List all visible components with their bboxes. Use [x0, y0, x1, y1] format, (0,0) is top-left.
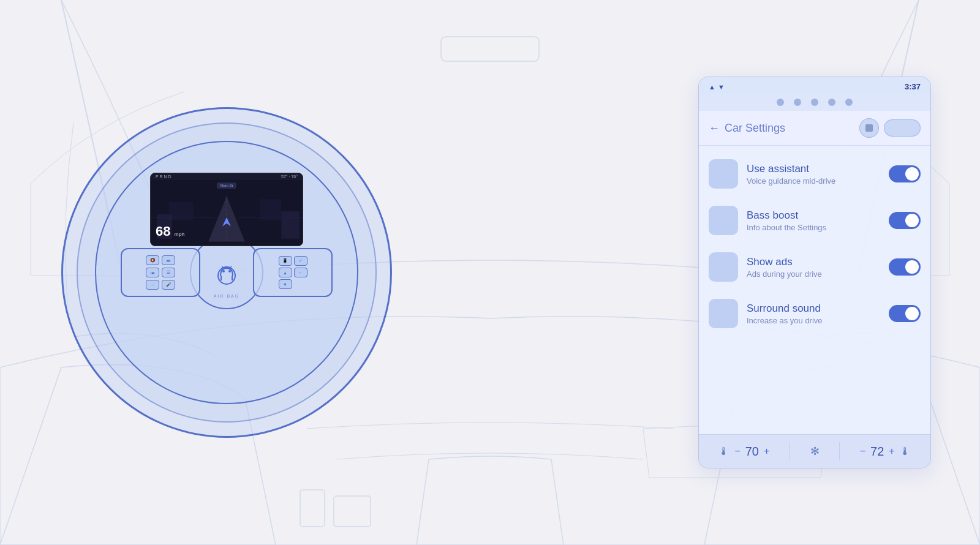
left-temp-minus[interactable]: −	[734, 446, 740, 457]
setting-subtitle-surround-sound: Increase as you drive	[747, 316, 880, 325]
page-title: Car Settings	[725, 122, 785, 135]
svg-rect-9	[281, 211, 300, 239]
prev-track-btn[interactable]: ⏮	[146, 268, 159, 277]
setting-text-bass-boost: Bass boost Info about the Settings	[747, 209, 880, 232]
svg-rect-6	[169, 202, 194, 220]
header-left: ← Car Settings	[709, 122, 785, 135]
setting-text-show-ads: Show ads Ads during your drive	[747, 256, 880, 279]
toggle-knob-show-ads	[905, 260, 919, 274]
speed-display: 68 mph	[156, 225, 185, 238]
left-temp-value: 70	[745, 445, 759, 459]
svg-point-13	[222, 270, 225, 272]
back-wheel-btn[interactable]: ←	[294, 268, 307, 277]
header-bar: ← Car Settings	[699, 111, 930, 146]
phone-top-bar: P R N D 57° · 76°	[151, 173, 303, 180]
circle-dot-5	[845, 99, 853, 106]
status-bar: ▲ ▼ 3:37	[699, 77, 930, 94]
temp-display: 57° · 76°	[281, 175, 298, 179]
right-temp-value: 72	[870, 445, 884, 459]
climate-bar: 🌡 − 70 + ✻ − 72 + 🌡	[699, 434, 930, 468]
toggle-show-ads[interactable]	[889, 258, 921, 276]
climate-divider-left	[790, 442, 790, 460]
right-temp-minus[interactable]: −	[860, 446, 865, 457]
dashboard-phone-screen: P R N D 57° · 76°	[150, 173, 303, 246]
right-climate-control: − 72 + 🌡	[860, 445, 911, 459]
settings-list: Use assistant Voice guidance mid-drive B…	[699, 146, 930, 434]
nav-display: P R N D 57° · 76°	[151, 173, 303, 246]
setting-icon-bass-boost	[709, 206, 738, 235]
setting-item-surround-sound: Surround sound Increase as you drive	[699, 290, 930, 337]
setting-text-use-assistant: Use assistant Voice guidance mid-drive	[747, 163, 880, 186]
circle-dot-2	[794, 99, 801, 106]
right-temp-plus[interactable]: +	[889, 446, 894, 457]
setting-subtitle-use-assistant: Voice guidance mid-drive	[747, 176, 880, 186]
setting-item-bass-boost: Bass boost Info about the Settings	[699, 197, 930, 244]
left-spoke-controls: 🔇 ⏭ ⏮ ☰ − 🎤	[121, 248, 200, 297]
setting-item-use-assistant: Use assistant Voice guidance mid-drive	[699, 151, 930, 197]
svg-point-14	[228, 270, 231, 272]
setting-item-show-ads: Show ads Ads during your drive	[699, 244, 930, 290]
speed-unit: mph	[175, 231, 185, 237]
toggle-surround-sound[interactable]	[889, 305, 921, 322]
setting-title-surround-sound: Surround sound	[747, 303, 880, 315]
android-icon	[211, 257, 242, 288]
climate-divider-right	[839, 442, 840, 460]
left-seat-heat-icon: 🌡	[718, 445, 729, 458]
right-spoke-controls: 📱 ✓ ▲ ← ▼	[253, 248, 333, 297]
screen-btn[interactable]: 📱	[279, 256, 292, 266]
circle-dot-4	[828, 99, 835, 106]
fan-icon: ✻	[810, 445, 820, 458]
toggle-knob-surround-sound	[905, 307, 919, 320]
toggle-use-assistant[interactable]	[889, 165, 921, 182]
circle-dot-3	[811, 99, 818, 106]
fan-control: ✻	[810, 445, 820, 458]
main-content: P R N D 57° · 76°	[0, 0, 980, 545]
mute-btn[interactable]: 🔇	[146, 255, 159, 265]
mic-btn[interactable]: 🎤	[162, 280, 175, 290]
setting-title-show-ads: Show ads	[747, 256, 880, 268]
header-pill-button[interactable]	[884, 119, 921, 137]
setting-subtitle-show-ads: Ads during your drive	[747, 269, 880, 279]
setting-icon-show-ads	[709, 252, 738, 282]
speed-value: 68	[156, 224, 170, 239]
airbag-label: AIR BAG	[214, 294, 239, 298]
steering-wheel: P R N D 57° · 76°	[95, 141, 358, 404]
toggle-knob-bass-boost	[905, 214, 919, 227]
stop-button[interactable]	[859, 118, 879, 138]
circle-dot-1	[777, 99, 784, 106]
left-button-grid: 🔇 ⏭ ⏮ ☰ − 🎤	[142, 252, 179, 293]
stop-icon	[865, 124, 873, 132]
setting-title-bass-boost: Bass boost	[747, 209, 880, 222]
status-time: 3:37	[905, 82, 921, 91]
setting-icon-surround-sound	[709, 299, 738, 328]
toggle-bass-boost[interactable]	[889, 212, 921, 229]
menu-btn[interactable]: ☰	[162, 268, 175, 277]
gear-display: P R N D	[156, 175, 172, 179]
down-btn[interactable]: ▼	[279, 279, 292, 289]
svg-rect-7	[260, 199, 282, 220]
check-btn[interactable]: ✓	[294, 256, 307, 266]
wifi-icon: ▼	[718, 83, 725, 91]
right-button-grid: 📱 ✓ ▲ ← ▼	[275, 252, 311, 293]
left-climate-control: 🌡 − 70 +	[718, 445, 769, 459]
destination-label: Main St	[217, 182, 236, 189]
next-track-btn[interactable]: ⏭	[162, 255, 175, 265]
wheel-hub: AIR BAG	[190, 236, 263, 309]
setting-icon-use-assistant	[709, 159, 738, 189]
status-icons: ▲ ▼	[709, 83, 725, 91]
right-seat-heat-icon: 🌡	[900, 445, 911, 458]
setting-subtitle-bass-boost: Info about the Settings	[747, 223, 880, 232]
back-button[interactable]: ←	[709, 122, 720, 135]
left-temp-plus[interactable]: +	[764, 446, 769, 457]
setting-title-use-assistant: Use assistant	[747, 163, 880, 175]
vol-down-btn[interactable]: −	[146, 280, 159, 290]
settings-panel: ▲ ▼ 3:37 ← Car Settings	[698, 77, 931, 468]
phone-map-area: Main St 68 mph	[151, 180, 303, 246]
circle-indicators	[699, 94, 930, 111]
up-btn[interactable]: ▲	[279, 268, 292, 277]
setting-text-surround-sound: Surround sound Increase as you drive	[747, 303, 880, 325]
toggle-knob-use-assistant	[905, 167, 919, 181]
signal-icon: ▲	[709, 83, 715, 91]
header-right	[859, 118, 921, 138]
steering-area: P R N D 57° · 76°	[49, 73, 404, 472]
